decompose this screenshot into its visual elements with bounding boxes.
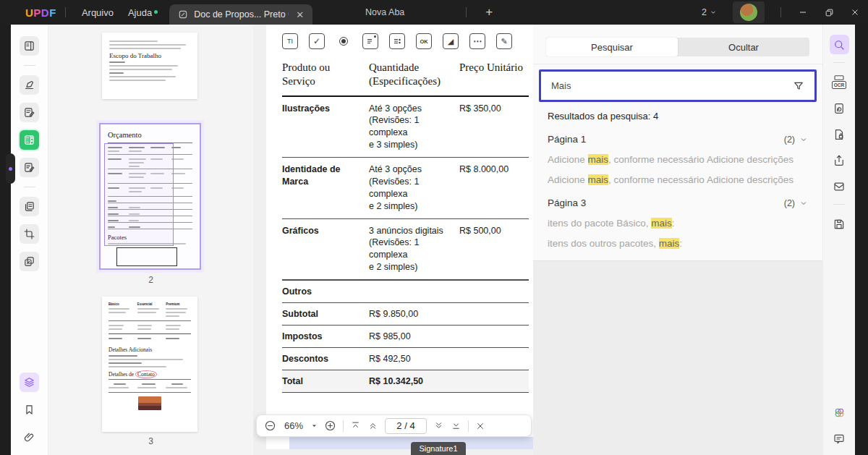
tab-pesquisar[interactable]: Pesquisar: [546, 38, 678, 56]
thumbnail-page-3[interactable]: Básico Essencial Premium Detalhes Adicio…: [102, 297, 197, 432]
window-edge-left: [0, 25, 11, 455]
search-input[interactable]: Mais: [551, 80, 793, 91]
minimize-button[interactable]: [790, 0, 816, 25]
save-icon[interactable]: [830, 214, 849, 234]
crop-icon[interactable]: [20, 224, 39, 244]
table-header-preco: Preço Unitário: [459, 61, 529, 88]
thumb3-contato-circle-annotation: Contato: [135, 370, 157, 378]
thumb3-heading-2: Detalhes de Contato: [109, 371, 191, 378]
thumb3-photo: [138, 396, 161, 410]
mail-icon[interactable]: [830, 177, 849, 196]
row-label: Descontos: [282, 354, 369, 364]
avatar: [740, 4, 757, 21]
search-result[interactable]: Adicione mais, conforme necessário Adici…: [548, 174, 808, 185]
form-icon[interactable]: [20, 130, 39, 150]
close-icon: [851, 8, 859, 17]
row-price: R$ 500,00: [459, 225, 529, 274]
attachment-icon[interactable]: [20, 428, 39, 447]
account-dropdown[interactable]: 2: [702, 7, 717, 17]
radio-button-icon[interactable]: [336, 33, 352, 49]
rail-separator: [833, 62, 845, 63]
row-price: R$ 8.000,00: [459, 163, 529, 213]
search-panel-tabs: Pesquisar Ocultar: [546, 38, 809, 56]
window-edge-right: [855, 25, 868, 455]
updf-logo: UPDF: [25, 7, 56, 19]
table-row: DescontosR$ 492,50: [282, 348, 529, 370]
share-icon[interactable]: [830, 150, 849, 170]
close-toolbar-icon[interactable]: [475, 421, 485, 431]
previous-page-icon[interactable]: [367, 420, 378, 431]
zoom-level[interactable]: 66%: [283, 420, 305, 431]
new-tab-plus-icon[interactable]: +: [485, 5, 493, 20]
page-indicator[interactable]: 2 / 4: [385, 418, 427, 434]
filter-icon[interactable]: [793, 80, 804, 92]
row-name: Identidade de Marca: [282, 163, 369, 213]
comment-icon[interactable]: [830, 429, 849, 448]
table-row: Gráficos 3 anúncios digitais (Revisões: …: [282, 219, 529, 281]
image-field-icon[interactable]: ◢: [443, 33, 459, 49]
zoom-in-icon[interactable]: [324, 420, 336, 432]
result-group-page3[interactable]: Página 3 (2): [548, 197, 808, 208]
reader-icon[interactable]: [20, 36, 39, 56]
chevron-down-icon[interactable]: [799, 199, 808, 208]
sign-icon[interactable]: [20, 158, 39, 177]
layers-icon[interactable]: [20, 373, 39, 392]
thumb2-heading: Orçamento: [108, 131, 192, 139]
restore-button[interactable]: [816, 0, 842, 25]
table-row: Ilustrações Até 3 opções (Revisões: 1 co…: [282, 97, 529, 158]
bookmark-icon[interactable]: [20, 400, 39, 420]
text-field-icon[interactable]: TI: [282, 33, 298, 49]
button-icon[interactable]: OK: [416, 33, 432, 49]
menu-ajuda[interactable]: Ajuda: [121, 7, 159, 18]
menu-ajuda-label: Ajuda: [128, 7, 152, 18]
first-page-icon[interactable]: [350, 420, 361, 431]
tab-close-icon[interactable]: ✕: [296, 9, 304, 20]
sidebar-collapse-handle[interactable]: [6, 153, 15, 184]
group-page-label: Página 1: [548, 134, 586, 145]
document-viewport: TI ✓ OK ◢ ⋯ ✎ Produto ou Serviço Quantid…: [253, 25, 533, 455]
last-page-icon[interactable]: [451, 420, 461, 431]
protect-icon[interactable]: [830, 124, 849, 144]
search-icon[interactable]: [830, 35, 849, 54]
search-result[interactable]: itens dos outros pacotes, mais:: [548, 238, 808, 249]
zoom-dropdown-icon[interactable]: [311, 422, 318, 429]
search-result[interactable]: Adicione mais, conforme necessário Adici…: [548, 154, 808, 165]
rail-separator: [24, 65, 35, 66]
titlebar: UPDF Arquivo Ajuda Doc de Propos... Pret…: [0, 0, 868, 25]
new-tab[interactable]: Nova Aba: [312, 7, 457, 17]
chevron-down-icon[interactable]: [799, 135, 808, 144]
batch-icon[interactable]: [20, 252, 39, 271]
table-header-quantidade: Quantidade (Especificações): [369, 61, 459, 88]
document-page: TI ✓ OK ◢ ⋯ ✎ Produto ou Serviço Quantid…: [266, 25, 533, 437]
match-highlight: mais: [588, 154, 609, 165]
document-content: Produto ou Serviço Quantidade (Especific…: [282, 61, 529, 437]
rail-separator: [833, 204, 845, 205]
row-label: Subtotal: [282, 309, 369, 319]
organize-pages-icon[interactable]: [20, 197, 39, 216]
row-label: Outros: [282, 286, 369, 297]
tab-ocultar[interactable]: Ocultar: [678, 38, 809, 56]
signature-field-icon[interactable]: ✎: [496, 33, 512, 49]
list-box-icon[interactable]: [389, 33, 405, 49]
row-name: Gráficos: [282, 225, 369, 274]
thumbnail-page-2[interactable]: Orçamento Pacotes: [99, 123, 201, 270]
convert-icon[interactable]: [830, 98, 849, 118]
zoom-out-icon[interactable]: [264, 420, 276, 432]
close-button[interactable]: [842, 0, 868, 25]
document-tab[interactable]: Doc de Propos... Preto Cinza* ✕: [169, 4, 312, 25]
thumb3-number: 3: [48, 436, 253, 446]
edit-icon[interactable]: [20, 103, 39, 122]
thumbnail-page-1[interactable]: Escopo do Trabalho: [102, 33, 197, 99]
date-field-icon[interactable]: ⋯: [469, 33, 485, 49]
ai-assistant-icon[interactable]: [830, 403, 849, 422]
combo-box-icon[interactable]: [362, 33, 378, 49]
search-result[interactable]: itens do pacote Básico, mais:: [548, 218, 808, 229]
result-group-page1[interactable]: Página 1 (2): [548, 134, 808, 145]
thumb2-number: 2: [48, 275, 253, 285]
checkbox-icon[interactable]: ✓: [309, 33, 325, 49]
annotate-icon[interactable]: [20, 75, 39, 95]
menu-arquivo[interactable]: Arquivo: [75, 7, 121, 18]
avatar-button[interactable]: [733, 1, 765, 23]
next-page-icon[interactable]: [433, 420, 444, 431]
ocr-icon[interactable]: OCR: [830, 72, 849, 92]
